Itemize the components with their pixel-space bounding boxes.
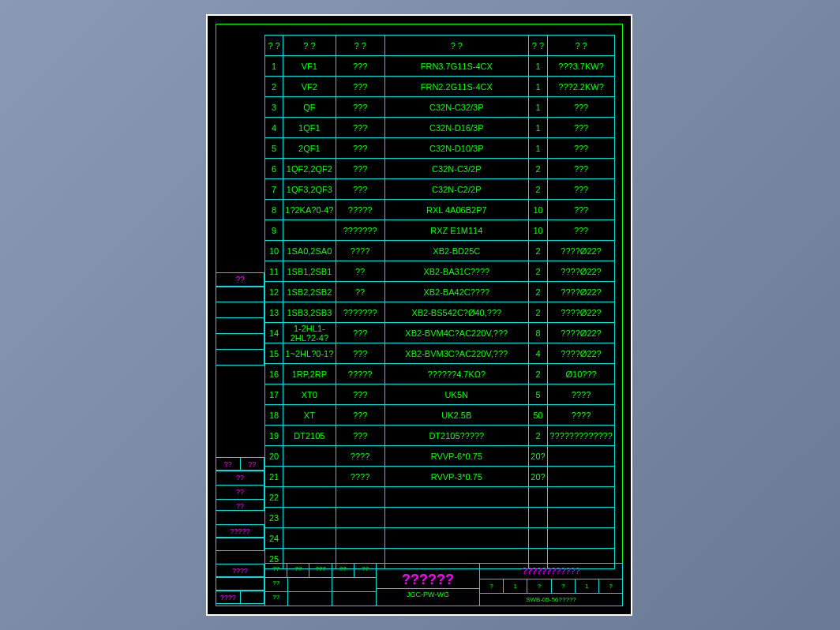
hdr-note: ? ? bbox=[548, 36, 615, 56]
bom-cell bbox=[548, 487, 615, 508]
hdr-no: ? ? bbox=[265, 36, 283, 56]
bom-cell: ??? bbox=[548, 118, 615, 138]
bom-row: 17XT0???UK5N5???? bbox=[265, 384, 615, 405]
bom-cell: 1QF2,2QF2 bbox=[283, 159, 336, 179]
bom-cell: 20? bbox=[528, 446, 547, 467]
bom-cell bbox=[283, 446, 336, 467]
bom-cell: 6 bbox=[265, 159, 283, 179]
side-blank-1 bbox=[216, 538, 264, 551]
bom-cell: ???? bbox=[548, 384, 615, 405]
bom-cell: ???? bbox=[548, 405, 615, 426]
title-block: ??????????? ?? ?? ?????? JGC-PW-WG ?????… bbox=[264, 563, 623, 606]
side-stack-1 bbox=[216, 287, 264, 366]
hdr-qty: ? ? bbox=[528, 36, 547, 56]
bom-cell: C32N-D10/3P bbox=[384, 138, 528, 159]
bom-cell: Ø10??? bbox=[548, 364, 615, 384]
hdr-code: ? ? bbox=[283, 36, 336, 56]
bom-cell: ??? bbox=[336, 97, 384, 118]
bom-cell: VF2 bbox=[283, 77, 336, 97]
bom-cell: 1QF1 bbox=[283, 118, 336, 138]
bom-cell bbox=[548, 446, 615, 467]
bom-cell: 20 bbox=[265, 446, 283, 467]
bom-cell bbox=[528, 487, 547, 508]
bom-cell: ???? bbox=[336, 241, 384, 261]
bom-cell: 18 bbox=[265, 405, 283, 426]
bom-cell: 5 bbox=[528, 384, 547, 405]
bom-cell: ????Ø22? bbox=[548, 302, 615, 323]
bom-cell: ???2.2KW? bbox=[548, 77, 615, 97]
bom-cell: 4 bbox=[265, 118, 283, 138]
bom-cell: 10 bbox=[265, 241, 283, 261]
bom-cell bbox=[528, 508, 547, 528]
bom-cell: 2 bbox=[528, 179, 547, 200]
bom-cell: ????Ø22? bbox=[548, 261, 615, 282]
bom-cell: DT2105 bbox=[283, 426, 336, 446]
hdr-spec: ? ? bbox=[384, 36, 528, 56]
bom-cell bbox=[548, 467, 615, 487]
bom-cell: ???3.7KW? bbox=[548, 56, 615, 77]
bom-cell: 2QF1 bbox=[283, 138, 336, 159]
bom-cell: ??? bbox=[336, 138, 384, 159]
bom-cell: ??? bbox=[336, 343, 384, 364]
bom-cell: 2 bbox=[528, 159, 547, 179]
bom-cell: ??? bbox=[336, 118, 384, 138]
bom-row: 101SA0,2SA0????XB2-BD25C2????Ø22? bbox=[265, 241, 615, 261]
bom-cell: 2 bbox=[528, 426, 547, 446]
bom-cell: RXL 4A06B2P7 bbox=[384, 200, 528, 220]
bom-cell: 10 bbox=[528, 200, 547, 220]
bom-cell: 1 bbox=[528, 97, 547, 118]
bom-cell: ????Ø22? bbox=[548, 241, 615, 261]
bom-cell: VF1 bbox=[283, 56, 336, 77]
bom-cell: 12 bbox=[265, 282, 283, 302]
bom-cell: 1SB2,2SB2 bbox=[283, 282, 336, 302]
bom-cell: C32N-C2/2P bbox=[384, 179, 528, 200]
bom-cell: 9 bbox=[265, 220, 283, 241]
bom-cell: QF bbox=[283, 97, 336, 118]
bom-cell: C32N-D16/3P bbox=[384, 118, 528, 138]
bom-cell: XB2-BA31C???? bbox=[384, 261, 528, 282]
bom-cell bbox=[283, 528, 336, 549]
bom-cell: UK5N bbox=[384, 384, 528, 405]
bom-cell bbox=[283, 487, 336, 508]
bom-cell: 1 bbox=[528, 77, 547, 97]
bom-cell: ?? bbox=[336, 261, 384, 282]
bom-cell: ????Ø22? bbox=[548, 343, 615, 364]
bom-cell bbox=[283, 467, 336, 487]
bom-cell: 24 bbox=[265, 528, 283, 549]
bom-table: ? ? ? ? ? ? ? ? ? ? ? ? 1VF1???FRN3.7G11… bbox=[264, 35, 615, 569]
bom-cell: 2 bbox=[528, 241, 547, 261]
bom-row: 141-2HL1-2HL?2-4????XB2-BVM4C?AC220V,???… bbox=[265, 323, 615, 343]
bom-cell: DT2105????? bbox=[384, 426, 528, 446]
bom-cell: 1SB3,2SB3 bbox=[283, 302, 336, 323]
bom-cell: 7 bbox=[265, 179, 283, 200]
bom-cell bbox=[548, 508, 615, 528]
project-name: ???????????? bbox=[480, 564, 622, 579]
side-split: ?? ?? bbox=[216, 457, 264, 471]
bom-cell: 2 bbox=[528, 364, 547, 384]
bom-cell bbox=[336, 528, 384, 549]
bom-cell: 1 bbox=[528, 56, 547, 77]
bom-cell bbox=[336, 487, 384, 508]
bom-row: 9???????RXZ E1M11410??? bbox=[265, 220, 615, 241]
bom-cell bbox=[384, 528, 528, 549]
bom-cell: 23 bbox=[265, 508, 283, 528]
bom-header: ? ? ? ? ? ? ? ? ? ? ? ? bbox=[265, 36, 615, 56]
bom-row: 20????RVVP-6*0.7520? bbox=[265, 446, 615, 467]
bom-cell: XT bbox=[283, 405, 336, 426]
tb-middle: ?????? JGC-PW-WG bbox=[377, 564, 480, 606]
bom-cell: ??? bbox=[548, 200, 615, 220]
bom-cell: RVVP-3*0.75 bbox=[384, 467, 528, 487]
bom-row: 71QF3,2QF3???C32N-C2/2P2??? bbox=[265, 179, 615, 200]
bom-cell: ??? bbox=[548, 138, 615, 159]
bom-cell: 14 bbox=[265, 323, 283, 343]
bom-cell: 16 bbox=[265, 364, 283, 384]
drawing-number: SWB-05-56????? bbox=[480, 594, 622, 606]
bom-row: 24 bbox=[265, 528, 615, 549]
bom-cell: 13 bbox=[265, 302, 283, 323]
bom-cell: 4 bbox=[528, 343, 547, 364]
tb-left: ??????????? ?? ?? bbox=[265, 564, 377, 606]
bom-cell: ????????????? bbox=[548, 426, 615, 446]
tb-right: ???????????? ?1? ?1? SWB-05-56????? bbox=[480, 564, 622, 606]
hdr-name: ? ? bbox=[336, 36, 384, 56]
bom-cell: ??? bbox=[548, 159, 615, 179]
